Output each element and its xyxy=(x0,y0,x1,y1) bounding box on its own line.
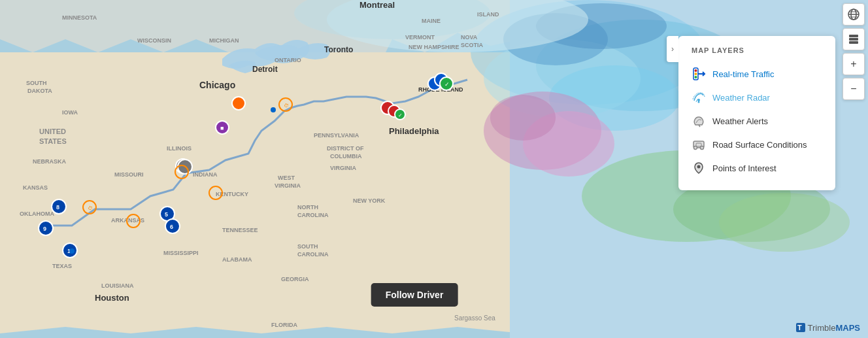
svg-text:MAINE: MAINE xyxy=(422,18,441,24)
layer-label-weather-alerts: Weather Alerts xyxy=(712,116,768,126)
svg-text:NOVA: NOVA xyxy=(461,34,478,41)
map-container: SOUTH DAKOTA IOWA NEBRASKA TEXAS KANSAS … xyxy=(0,0,868,338)
svg-rect-103 xyxy=(849,35,858,37)
svg-text:Toronto: Toronto xyxy=(324,45,353,54)
svg-text:9: 9 xyxy=(43,226,46,232)
svg-text:PENNSYLVANIA: PENNSYLVANIA xyxy=(314,132,359,139)
panel-collapse-arrow[interactable]: › xyxy=(667,36,678,62)
svg-text:NORTH: NORTH xyxy=(297,204,318,211)
layer-item-road-surface[interactable]: Road Surface Conditions xyxy=(692,133,822,156)
map-layers-panel: MAP LAYERS Real-time Traffic xyxy=(678,36,835,190)
svg-point-112 xyxy=(698,101,700,103)
svg-text:TEXAS: TEXAS xyxy=(52,263,72,269)
svg-point-96 xyxy=(271,107,276,112)
svg-text:NEW YORK: NEW YORK xyxy=(353,197,386,204)
layer-label-road-surface: Road Surface Conditions xyxy=(712,140,807,150)
svg-text:Chicago: Chicago xyxy=(199,80,235,90)
svg-text:✓: ✓ xyxy=(398,112,403,118)
svg-text:VIRGINIA: VIRGINIA xyxy=(275,182,301,189)
map-layers-title: MAP LAYERS xyxy=(692,46,822,54)
svg-text:⏱: ⏱ xyxy=(88,205,93,211)
traffic-icon xyxy=(692,67,706,81)
svg-text:IOWA: IOWA xyxy=(62,109,78,116)
follow-driver-button[interactable]: Follow Driver xyxy=(371,283,458,307)
map-toolbar: + − xyxy=(843,3,865,100)
svg-text:VERMONT: VERMONT xyxy=(405,34,435,41)
svg-text:MISSOURI: MISSOURI xyxy=(114,171,144,178)
svg-point-109 xyxy=(695,76,697,78)
svg-text:Sargasso Sea: Sargasso Sea xyxy=(454,314,495,322)
weather-alerts-icon xyxy=(692,114,706,128)
layer-item-poi[interactable]: Points of Interest xyxy=(692,156,822,180)
svg-point-118 xyxy=(697,165,701,169)
svg-text:5: 5 xyxy=(165,211,168,218)
svg-text:Detroit: Detroit xyxy=(252,65,278,74)
poi-icon xyxy=(692,161,706,175)
svg-text:TENNESSEE: TENNESSEE xyxy=(222,227,258,233)
svg-text:GEORGIA: GEORGIA xyxy=(281,276,309,282)
road-surface-icon xyxy=(692,137,706,152)
layer-item-weather-radar[interactable]: Weather Radar xyxy=(692,86,822,109)
weather-radar-icon xyxy=(692,90,706,105)
globe-button[interactable] xyxy=(843,3,865,25)
svg-text:VIRGINIA: VIRGINIA xyxy=(330,165,357,171)
svg-text:WEST: WEST xyxy=(278,175,295,181)
svg-text:Philadelphia: Philadelphia xyxy=(389,126,439,136)
zoom-out-button[interactable]: − xyxy=(843,78,865,100)
svg-rect-105 xyxy=(849,41,858,44)
svg-text:ILLINOIS: ILLINOIS xyxy=(167,145,192,152)
svg-text:SCOTIA: SCOTIA xyxy=(461,42,484,48)
svg-text:INDIANA: INDIANA xyxy=(193,171,218,178)
svg-text:NEBRASKA: NEBRASKA xyxy=(33,158,67,165)
svg-text:6: 6 xyxy=(170,224,173,230)
svg-text:CAROLINA: CAROLINA xyxy=(297,212,329,218)
layers-button[interactable] xyxy=(843,28,865,50)
svg-text:T: T xyxy=(797,324,802,331)
svg-rect-104 xyxy=(849,38,858,41)
svg-text:ISLAND: ISLAND xyxy=(477,11,499,18)
svg-point-97 xyxy=(69,248,75,254)
layer-label-poi: Points of Interest xyxy=(712,163,776,173)
svg-point-107 xyxy=(695,69,697,72)
svg-text:✓: ✓ xyxy=(444,81,450,88)
svg-text:DAKOTA: DAKOTA xyxy=(27,88,52,94)
svg-text:FLORIDA: FLORIDA xyxy=(271,322,297,328)
svg-text:CAROLINA: CAROLINA xyxy=(297,251,329,258)
svg-text:OKLAHOMA: OKLAHOMA xyxy=(20,211,54,217)
svg-text:UNITED: UNITED xyxy=(39,127,66,135)
svg-text:NEW HAMPSHIRE: NEW HAMPSHIRE xyxy=(409,44,459,50)
svg-text:STATES: STATES xyxy=(39,137,67,145)
svg-text:Montreal: Montreal xyxy=(359,0,395,10)
layer-label-traffic: Real-time Traffic xyxy=(712,69,774,79)
svg-text:■: ■ xyxy=(220,125,224,131)
svg-text:ONTARIO: ONTARIO xyxy=(275,57,301,63)
svg-text:ALABAMA: ALABAMA xyxy=(222,256,252,263)
svg-text:8: 8 xyxy=(56,204,59,211)
trimble-maps-text: TrimbleMAPS xyxy=(808,323,860,333)
zoom-in-button[interactable]: + xyxy=(843,53,865,75)
svg-text:WISCONSIN: WISCONSIN xyxy=(137,37,171,44)
layer-label-weather-radar: Weather Radar xyxy=(712,93,770,103)
trimble-logo: T TrimbleMAPS xyxy=(795,322,860,333)
svg-point-13 xyxy=(719,193,850,252)
svg-text:DISTRICT OF: DISTRICT OF xyxy=(327,145,364,152)
svg-text:SOUTH: SOUTH xyxy=(297,243,318,250)
svg-text:⏱: ⏱ xyxy=(284,103,289,109)
svg-text:KANSAS: KANSAS xyxy=(23,184,48,191)
svg-text:COLUMBIA: COLUMBIA xyxy=(330,153,362,160)
svg-text:MICHIGAN: MICHIGAN xyxy=(209,37,239,44)
svg-text:SOUTH: SOUTH xyxy=(26,80,47,86)
svg-text:MISSISSIPPI: MISSISSIPPI xyxy=(163,250,199,256)
svg-point-10 xyxy=(490,95,556,141)
svg-text:MINNESOTA: MINNESOTA xyxy=(62,14,97,21)
layer-item-weather-alerts[interactable]: Weather Alerts xyxy=(692,109,822,133)
svg-text:LOUISIANA: LOUISIANA xyxy=(101,282,134,289)
svg-point-108 xyxy=(695,73,697,75)
svg-point-65 xyxy=(232,97,245,110)
svg-text:Houston: Houston xyxy=(95,293,129,303)
layer-item-traffic[interactable]: Real-time Traffic xyxy=(692,62,822,86)
